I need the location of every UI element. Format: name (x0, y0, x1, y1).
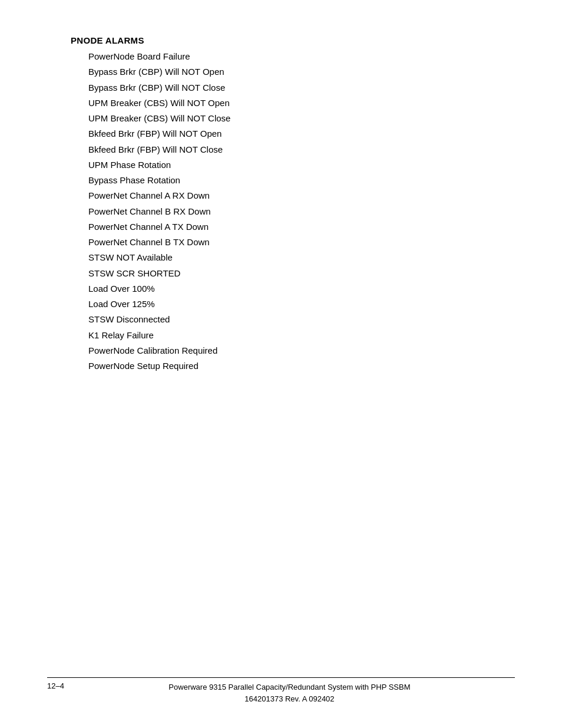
footer-line2: 164201373 Rev. A 092402 (168, 693, 410, 705)
alarm-item: PowerNet Channel A RX Down (88, 188, 515, 203)
alarm-item: Bypass Brkr (CBP) Will NOT Open (88, 64, 515, 80)
alarm-item: PowerNet Channel B RX Down (88, 204, 515, 219)
alarm-item: Load Over 100% (88, 281, 515, 297)
alarm-item: STSW NOT Available (88, 250, 515, 265)
alarm-item: UPM Breaker (CBS) Will NOT Close (88, 111, 515, 126)
alarm-item: Bkfeed Brkr (FBP) Will NOT Close (88, 142, 515, 157)
alarm-item: PowerNode Setup Required (88, 358, 515, 374)
alarm-item: STSW Disconnected (88, 312, 515, 327)
alarm-item: STSW SCR SHORTED (88, 266, 515, 281)
footer-center: Powerware 9315 Parallel Capacity/Redunda… (168, 681, 410, 704)
alarm-item: PowerNet Channel A TX Down (88, 219, 515, 235)
alarm-item: K1 Relay Failure (88, 328, 515, 343)
alarm-list: PowerNode Board FailureBypass Brkr (CBP)… (88, 49, 515, 374)
alarm-item: Bypass Phase Rotation (88, 173, 515, 188)
alarm-item: PowerNode Calibration Required (88, 343, 515, 358)
alarm-item: PowerNode Board Failure (88, 49, 515, 64)
page-footer: 12–4 Powerware 9315 Parallel Capacity/Re… (47, 677, 515, 704)
page-container: PNODE ALARMS PowerNode Board FailureBypa… (0, 0, 562, 728)
alarm-item: PowerNet Channel B TX Down (88, 235, 515, 250)
alarm-item: UPM Breaker (CBS) Will NOT Open (88, 95, 515, 111)
alarm-item: Bypass Brkr (CBP) Will NOT Close (88, 80, 515, 95)
alarm-item: Bkfeed Brkr (FBP) Will NOT Open (88, 126, 515, 141)
alarm-item: UPM Phase Rotation (88, 157, 515, 173)
section-header: PNODE ALARMS (71, 35, 515, 45)
alarm-item: Load Over 125% (88, 297, 515, 312)
footer-line1: Powerware 9315 Parallel Capacity/Redunda… (168, 681, 410, 693)
footer-page-number: 12–4 (47, 681, 64, 690)
